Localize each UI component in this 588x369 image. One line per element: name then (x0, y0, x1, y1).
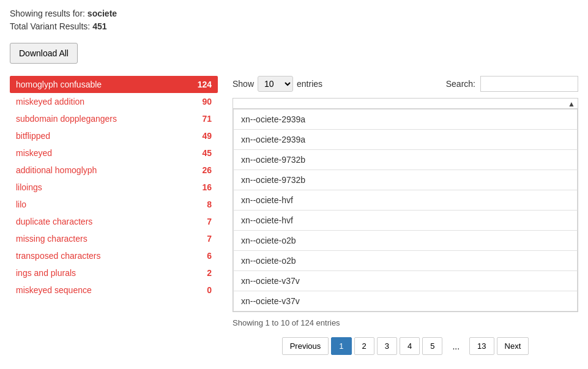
sidebar-item-9[interactable]: missing characters7 (10, 230, 218, 247)
sidebar-label-10: transposed characters (16, 251, 101, 261)
table-cell-1: xn--ociete-2939a (234, 130, 578, 150)
sidebar-count-4: 45 (202, 148, 212, 158)
table-row: xn--ociete-v37v (234, 271, 578, 291)
pagination-page-13[interactable]: 13 (469, 337, 494, 355)
pagination-page-5[interactable]: 5 (422, 337, 442, 355)
sidebar-item-6[interactable]: liloings16 (10, 179, 218, 196)
table-row: xn--ociete-hvf (234, 190, 578, 211)
sidebar-item-0[interactable]: homoglyph confusable124 (10, 76, 218, 93)
sidebar-item-1[interactable]: miskeyed addition90 (10, 93, 218, 110)
sidebar-item-3[interactable]: bitflipped49 (10, 127, 218, 144)
pagination-dots: ... (445, 338, 467, 355)
showing-info: Showing 1 to 10 of 124 entries (233, 318, 578, 327)
sidebar-count-2: 71 (202, 114, 212, 124)
pagination-page-1[interactable]: 1 (331, 337, 351, 355)
sidebar: homoglyph confusable124miskeyed addition… (10, 76, 218, 299)
pagination-page-2[interactable]: 2 (354, 337, 374, 355)
table-row: xn--ociete-o2b (234, 251, 578, 271)
sidebar-label-8: duplicate characters (16, 217, 92, 226)
sidebar-count-1: 90 (202, 97, 212, 106)
sidebar-count-5: 26 (202, 165, 212, 175)
sidebar-label-12: miskeyed sequence (16, 285, 92, 295)
show-label: Show (233, 79, 254, 89)
sidebar-count-8: 7 (207, 217, 212, 226)
sidebar-count-12: 0 (207, 285, 212, 295)
search-box: Search: (446, 76, 578, 92)
showing-results-text: Showing results for: societe (10, 7, 578, 20)
sidebar-count-0: 124 (198, 80, 212, 89)
data-table: xn--ociete-2939axn--ociete-2939axn--ocie… (233, 109, 578, 311)
sidebar-item-12[interactable]: miskeyed sequence0 (10, 281, 218, 299)
header-info: Showing results for: societe Total Varia… (10, 7, 578, 33)
next-button[interactable]: Next (497, 337, 529, 355)
sidebar-count-10: 6 (207, 251, 212, 261)
sidebar-label-2: subdomain dopplegangers (16, 114, 117, 124)
table-row: xn--ociete-2939a (234, 130, 578, 150)
show-entries: Show 102550100 entries (233, 76, 322, 92)
table-cell-0: xn--ociete-2939a (234, 110, 578, 130)
table-cell-3: xn--ociete-9732b (234, 170, 578, 190)
sidebar-label-0: homoglyph confusable (16, 80, 102, 89)
table-row: xn--ociete-hvf (234, 211, 578, 231)
search-label: Search: (446, 79, 475, 89)
total-label: Total Variant Results: (10, 21, 90, 31)
sidebar-label-3: bitflipped (16, 131, 50, 141)
sidebar-item-11[interactable]: ings and plurals2 (10, 264, 218, 281)
table-row: xn--ociete-v37v (234, 291, 578, 311)
sidebar-label-11: ings and plurals (16, 268, 76, 278)
sidebar-item-2[interactable]: subdomain dopplegangers71 (10, 110, 218, 127)
search-input[interactable] (480, 76, 578, 92)
table-row: xn--ociete-2939a (234, 110, 578, 130)
entries-select[interactable]: 102550100 (258, 76, 293, 92)
table-cell-6: xn--ociete-o2b (234, 231, 578, 251)
total-count: 451 (92, 21, 106, 31)
sidebar-count-3: 49 (202, 131, 212, 141)
pagination: Previous 12345...13Next (233, 337, 578, 355)
sidebar-item-5[interactable]: additional homoglyph26 (10, 162, 218, 179)
sidebar-label-4: miskeyed (16, 148, 52, 158)
table-wrapper: xn--ociete-2939axn--ociete-2939axn--ocie… (233, 108, 578, 312)
sidebar-label-9: missing characters (16, 234, 87, 244)
search-query: societe (87, 9, 117, 18)
sidebar-label-6: liloings (16, 182, 42, 192)
table-cell-2: xn--ociete-9732b (234, 150, 578, 170)
table-row: xn--ociete-9732b (234, 170, 578, 190)
total-results-text: Total Variant Results: 451 (10, 20, 578, 33)
sidebar-count-6: 16 (202, 182, 212, 192)
previous-button[interactable]: Previous (282, 337, 329, 355)
table-cell-7: xn--ociete-o2b (234, 251, 578, 271)
sidebar-count-11: 2 (207, 268, 212, 278)
sidebar-label-7: lilo (16, 199, 26, 209)
scroll-indicator: ▲ (233, 98, 578, 108)
sidebar-label-1: miskeyed addition (16, 97, 84, 106)
sidebar-count-9: 7 (207, 234, 212, 244)
sidebar-count-7: 8 (207, 199, 212, 209)
sidebar-item-8[interactable]: duplicate characters7 (10, 213, 218, 230)
pagination-page-4[interactable]: 4 (400, 337, 420, 355)
showing-for-label: Showing results for: (10, 9, 85, 18)
table-cell-8: xn--ociete-v37v (234, 271, 578, 291)
sidebar-label-5: additional homoglyph (16, 165, 97, 175)
pagination-page-3[interactable]: 3 (377, 337, 397, 355)
main-layout: homoglyph confusable124miskeyed addition… (10, 76, 578, 355)
table-cell-4: xn--ociete-hvf (234, 190, 578, 211)
entries-label: entries (297, 79, 322, 89)
sidebar-item-10[interactable]: transposed characters6 (10, 247, 218, 264)
table-cell-9: xn--ociete-v37v (234, 291, 578, 311)
right-panel: Show 102550100 entries Search: ▲ xn--oci… (233, 76, 578, 355)
sidebar-item-7[interactable]: lilo8 (10, 196, 218, 213)
table-row: xn--ociete-9732b (234, 150, 578, 170)
table-cell-5: xn--ociete-hvf (234, 211, 578, 231)
sidebar-item-4[interactable]: miskeyed45 (10, 144, 218, 162)
table-row: xn--ociete-o2b (234, 231, 578, 251)
download-all-button[interactable]: Download All (10, 43, 78, 64)
table-body: xn--ociete-2939axn--ociete-2939axn--ocie… (234, 110, 578, 311)
table-controls: Show 102550100 entries Search: (233, 76, 578, 92)
